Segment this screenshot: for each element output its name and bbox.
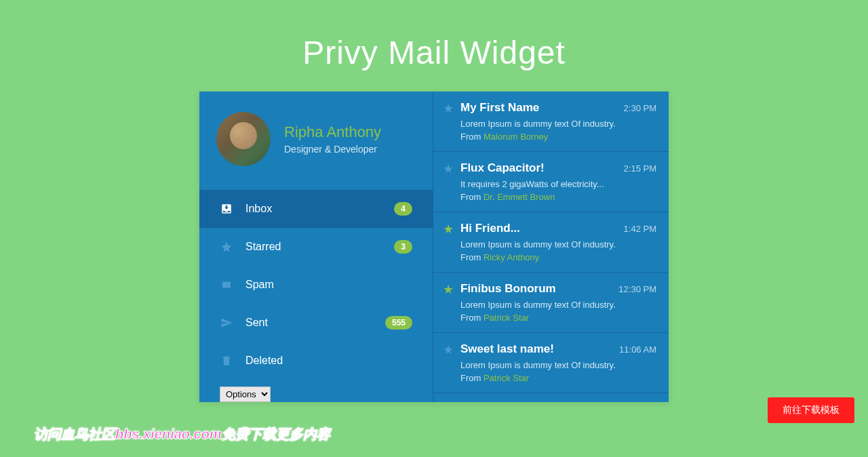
nav-item-inbox[interactable]: Inbox4 — [199, 190, 433, 228]
message-time: 2:15 PM — [624, 163, 656, 174]
nav-list: Inbox4Starred3SpamSent555Deleted — [199, 190, 433, 380]
nav-label: Sent — [245, 317, 385, 329]
nav-label: Starred — [245, 241, 394, 253]
nav-item-spam[interactable]: Spam — [199, 266, 433, 304]
message-preview: Lorem Ipsum is dummy text Of industry. — [460, 119, 656, 129]
message-time: 2:30 PM — [624, 103, 656, 113]
message-sender[interactable]: Ricky Anthony — [484, 252, 539, 262]
star-icon[interactable]: ★ — [443, 283, 454, 323]
message-item[interactable]: ★Sweet last name!11:06 AMLorem Ipsum is … — [433, 333, 669, 393]
trash-icon — [220, 354, 233, 367]
profile-name: Ripha Anthony — [284, 123, 381, 141]
message-sender[interactable]: Patrick Star — [484, 313, 529, 323]
spam-icon — [220, 278, 233, 292]
message-preview: Lorem Ipsum is dummy text Of industry. — [460, 239, 656, 250]
message-item[interactable]: ★Hi Friend...1:42 PMLorem Ipsum is dummy… — [433, 212, 669, 273]
message-from: From Patrick Star — [460, 373, 656, 383]
message-subject: My First Name — [460, 101, 539, 115]
message-subject: Flux Capacitor! — [460, 161, 545, 175]
nav-badge: 555 — [385, 316, 412, 330]
message-list: ★My First Name2:30 PMLorem Ipsum is dumm… — [433, 92, 669, 402]
message-item[interactable]: ★My First Name2:30 PMLorem Ipsum is dumm… — [433, 92, 669, 152]
page-title: Privy Mail Widget — [0, 0, 868, 92]
nav-item-deleted[interactable]: Deleted — [199, 342, 433, 380]
nav-label: Deleted — [245, 355, 412, 367]
message-time: 1:42 PM — [624, 224, 656, 234]
message-from: From Dr. Emmett Brown — [460, 192, 656, 202]
message-sender[interactable]: Malorum Borney — [484, 132, 548, 142]
star-icon[interactable]: ★ — [443, 102, 454, 142]
message-subject: Sweet last name! — [460, 342, 554, 356]
inbox-icon — [220, 202, 233, 216]
message-sender[interactable]: Patrick Star — [484, 373, 529, 383]
message-time: 11:06 AM — [619, 344, 656, 355]
nav-badge: 4 — [394, 202, 412, 216]
message-body: Hi Friend...1:42 PMLorem Ipsum is dummy … — [460, 222, 656, 262]
message-subject: Hi Friend... — [460, 222, 520, 235]
options-select[interactable]: Options — [220, 386, 271, 402]
message-from: From Malorum Borney — [460, 132, 656, 142]
mail-widget: Ripha Anthony Designer & Developer Inbox… — [199, 92, 669, 402]
message-subject: Finibus Bonorum — [460, 282, 556, 296]
watermark-text: 访问血鸟社区bbs.xieniao.com免费下载更多内容 — [34, 425, 330, 443]
message-sender[interactable]: Dr. Emmett Brown — [484, 192, 555, 202]
message-from: From Ricky Anthony — [460, 252, 656, 262]
message-time: 12:30 PM — [618, 284, 656, 294]
sent-icon — [220, 316, 233, 330]
message-body: Flux Capacitor!2:15 PMIt requires 2 giga… — [460, 161, 656, 202]
star-icon[interactable]: ★ — [443, 344, 454, 383]
message-preview: It requires 2 gigaWatts of electricity..… — [460, 179, 656, 189]
message-item[interactable]: ★Flux Capacitor!2:15 PMIt requires 2 gig… — [433, 152, 669, 212]
profile-role: Designer & Developer — [284, 144, 381, 155]
profile-info: Ripha Anthony Designer & Developer — [284, 123, 381, 155]
nav-label: Inbox — [245, 203, 394, 215]
nav-item-sent[interactable]: Sent555 — [199, 304, 433, 342]
star-icon[interactable]: ★ — [443, 163, 454, 202]
message-item[interactable]: ★Finibus Bonorum12:30 PMLorem Ipsum is d… — [433, 273, 669, 333]
star-icon — [220, 240, 233, 254]
star-icon[interactable]: ★ — [443, 223, 454, 262]
message-from: From Patrick Star — [460, 313, 656, 323]
message-preview: Lorem Ipsum is dummy text Of industry. — [460, 300, 656, 310]
download-template-button[interactable]: 前往下载模板 — [768, 397, 854, 423]
avatar[interactable] — [216, 112, 271, 166]
sidebar: Ripha Anthony Designer & Developer Inbox… — [199, 92, 433, 402]
nav-item-starred[interactable]: Starred3 — [199, 228, 433, 266]
message-preview: Lorem Ipsum is dummy text Of industry. — [460, 360, 656, 370]
message-body: My First Name2:30 PMLorem Ipsum is dummy… — [460, 101, 656, 142]
profile-section: Ripha Anthony Designer & Developer — [199, 92, 433, 190]
nav-label: Spam — [245, 279, 412, 291]
nav-badge: 3 — [394, 240, 412, 254]
message-body: Sweet last name!11:06 AMLorem Ipsum is d… — [460, 342, 656, 383]
message-body: Finibus Bonorum12:30 PMLorem Ipsum is du… — [460, 282, 656, 323]
